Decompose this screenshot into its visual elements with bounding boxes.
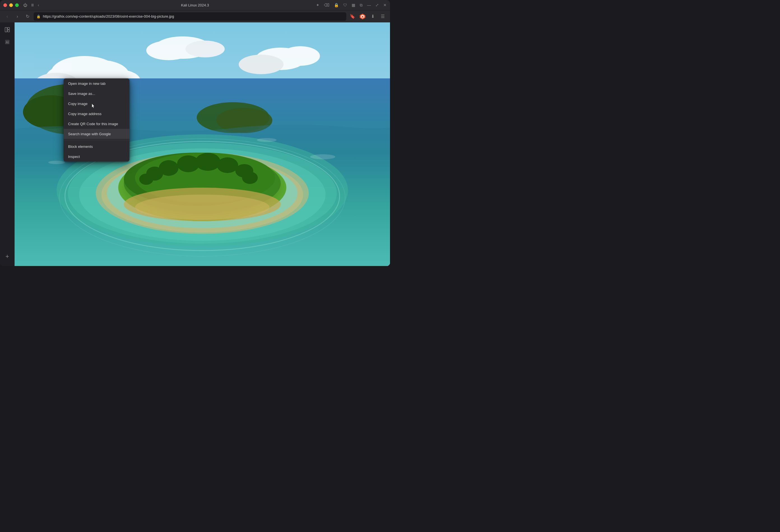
back-button[interactable]: ‹ [3,13,11,20]
svg-point-43 [242,172,258,184]
sidebar-leo-button[interactable]: AI [2,37,12,47]
shield-icon[interactable]: 🛡 [343,3,347,7]
context-menu-item-copy-address[interactable]: Copy image address [63,109,130,119]
close-button[interactable] [3,3,7,7]
svg-point-19 [239,55,284,74]
svg-point-51 [48,161,65,164]
brightness-icon[interactable]: ✦ [316,3,320,7]
grid-icon[interactable]: ▦ [352,3,355,7]
traffic-lights [3,3,19,7]
svg-rect-5 [8,30,9,32]
address-bar[interactable]: 🔒 https://gralhix.com/wp-content/uploads… [34,12,346,21]
back-icon[interactable]: ⌫ [324,3,330,7]
context-menu-item-qr-code[interactable]: Create QR Code for this image [63,119,130,129]
svg-rect-4 [8,28,9,30]
svg-point-49 [257,138,277,142]
context-menu-item-copy-image[interactable]: Copy image [63,99,130,109]
svg-point-45 [135,195,270,220]
site-info-icon: 🔒 [37,14,41,18]
sidebar-panels-button[interactable] [2,24,12,35]
navbar: ‹ › ↻ 🔒 https://gralhix.com/wp-content/u… [0,10,390,22]
forward-button[interactable]: › [13,13,21,20]
main-content: AI + [0,22,390,266]
navbar-right: 🔖 ⬇ ☰ [348,13,387,20]
window-restore-icon[interactable]: ⤢ [376,3,379,7]
menu-icon[interactable]: ☰ [379,13,387,20]
context-menu-item-search-google[interactable]: Search image with Google [63,129,130,139]
pause-icon[interactable]: ⏸ [31,3,35,7]
copy-icon[interactable]: ⧉ [360,3,362,8]
context-menu-item-block-elements[interactable]: Block elements [63,142,130,152]
context-menu: Open image in new tab Save image as... C… [63,78,130,162]
url-text: https://gralhix.com/wp-content/uploads/2… [43,14,174,18]
svg-rect-3 [5,28,7,32]
context-menu-item-save-image[interactable]: Save image as... [63,89,130,99]
window-close-icon[interactable]: ✕ [383,3,387,7]
back-history-icon[interactable]: ‹ [38,3,39,7]
context-menu-divider [63,140,130,140]
context-menu-item-open-image[interactable]: Open image in new tab [63,78,130,89]
titlebar: ⏻ ⏸ ‹ Kali Linux 2024.3 ✦ ⌫ 🔒 🛡 ▦ ⧉ — ⤢ … [0,0,390,10]
power-icon[interactable]: ⏻ [23,3,27,7]
context-menu-item-inspect[interactable]: Inspect [63,152,130,162]
download-icon[interactable]: ⬇ [369,13,377,20]
svg-point-50 [310,154,335,159]
svg-point-40 [217,157,238,173]
sidebar-add-button[interactable]: + [2,252,12,262]
svg-point-16 [186,41,225,57]
svg-point-42 [139,174,153,185]
bookmark-icon[interactable]: 🔖 [348,13,356,20]
svg-text:AI: AI [6,41,9,44]
window-minimize-icon[interactable]: — [367,3,371,7]
lock-icon[interactable]: 🔒 [334,3,339,7]
image-viewport[interactable]: Open image in new tab Save image as... C… [14,22,390,266]
brave-icon[interactable] [359,13,367,20]
svg-point-37 [159,160,179,176]
window-title: Kali Linux 2024.3 [181,3,209,7]
maximize-button[interactable] [15,3,19,7]
refresh-button[interactable]: ↻ [23,13,31,20]
titlebar-actions: ✦ ⌫ 🔒 🛡 ▦ ⧉ — ⤢ ✕ [316,3,387,8]
minimize-button[interactable] [9,3,13,7]
sidebar: AI + [0,22,14,266]
svg-point-18 [281,46,320,66]
svg-point-39 [195,153,221,171]
